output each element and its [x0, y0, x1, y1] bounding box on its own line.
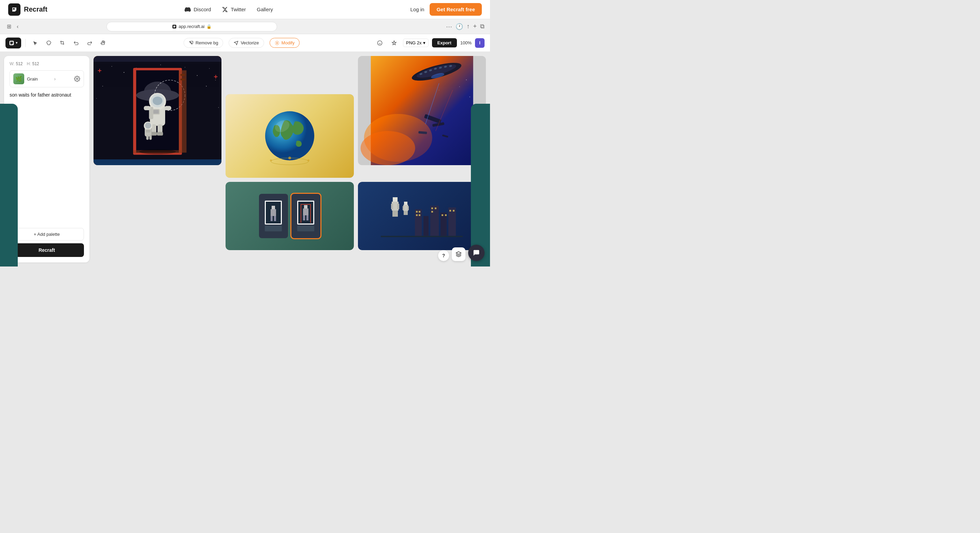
svg-point-37 — [153, 97, 162, 105]
svg-rect-110 — [392, 210, 395, 217]
logo[interactable]: Recraft — [8, 3, 48, 16]
discord-icon — [185, 6, 191, 13]
style-selector[interactable]: 🌿 Grain › — [10, 70, 84, 88]
twitter-link[interactable]: Twitter — [222, 6, 246, 13]
remove-bg-label: Remove bg — [196, 40, 218, 45]
svg-point-19 — [206, 86, 207, 87]
svg-point-68 — [459, 86, 460, 87]
svg-rect-95 — [265, 226, 282, 231]
remove-bg-button[interactable]: Remove bg — [184, 38, 223, 48]
emoji-button[interactable] — [374, 38, 385, 48]
help-icon: ? — [442, 253, 445, 258]
svg-point-4 — [377, 41, 382, 45]
help-button[interactable]: ? — [438, 250, 449, 261]
space-battle-card[interactable] — [358, 56, 486, 165]
get-free-button[interactable]: Get Recraft free — [430, 3, 482, 16]
svg-rect-128 — [435, 207, 436, 209]
style-left: 🌿 Grain — [13, 73, 38, 84]
chat-button[interactable] — [468, 245, 485, 261]
svg-rect-125 — [416, 214, 418, 216]
layers-button[interactable] — [452, 247, 465, 261]
lasso-tool-button[interactable] — [43, 38, 54, 48]
hand-tool-button[interactable] — [98, 38, 109, 48]
svg-rect-39 — [153, 110, 159, 114]
height-value: 512 — [32, 61, 39, 66]
svg-rect-51 — [146, 135, 149, 140]
undo-button[interactable] — [71, 38, 81, 48]
url-bar[interactable]: app.recraft.ai 🔒 — [107, 22, 277, 32]
svg-rect-109 — [397, 204, 399, 209]
logo-icon — [8, 3, 21, 16]
right-accent-panel — [471, 104, 490, 266]
magic-button[interactable] — [389, 38, 399, 48]
tab-layout-button[interactable]: ⊞ — [5, 22, 13, 31]
svg-rect-31 — [179, 70, 186, 153]
svg-rect-108 — [391, 204, 393, 209]
crop-tool-button[interactable] — [57, 38, 68, 48]
vectorize-icon — [234, 41, 239, 45]
browser-bar: ⊞ ‹ app.recraft.ai 🔒 ⋯ 🕐 ↑ + ⧉ — [0, 19, 490, 34]
export-button[interactable]: Export — [432, 38, 457, 48]
pixel-art-2-card[interactable] — [358, 182, 486, 250]
browser-tabs-button[interactable]: ⧉ — [480, 23, 485, 30]
pixel-art-2-svg — [381, 189, 463, 243]
earth-card[interactable] — [226, 94, 353, 178]
pixel-char-1-svg — [263, 199, 283, 233]
svg-rect-115 — [407, 206, 409, 210]
svg-rect-131 — [445, 214, 447, 216]
svg-rect-98 — [304, 205, 307, 208]
login-button[interactable]: Log in — [410, 6, 425, 12]
redo-button[interactable] — [84, 38, 95, 48]
chat-icon — [473, 249, 480, 256]
svg-rect-116 — [404, 211, 406, 215]
vectorize-button[interactable]: Vectorize — [229, 38, 264, 48]
svg-rect-113 — [403, 205, 408, 211]
svg-rect-91 — [272, 206, 275, 209]
browser-more-button[interactable]: ⋯ — [446, 23, 452, 30]
svg-point-12 — [161, 65, 161, 65]
zoom-level: 100% — [460, 40, 472, 45]
browser-share-button[interactable]: ↑ — [466, 23, 469, 30]
astronaut-card[interactable] — [94, 56, 221, 165]
svg-point-20 — [96, 98, 97, 99]
browser-back-button[interactable]: ‹ — [15, 22, 20, 31]
png-format-select[interactable]: PNG 2x ▾ — [403, 38, 429, 47]
svg-rect-45 — [144, 106, 151, 111]
svg-rect-105 — [297, 226, 314, 231]
svg-rect-101 — [306, 215, 309, 220]
browser-new-tab-button[interactable]: + — [473, 23, 477, 30]
modify-button[interactable]: Modify — [270, 38, 300, 48]
select-tool-button[interactable] — [30, 38, 41, 48]
pixel-art-card[interactable] — [226, 182, 353, 250]
recraft-tool-icon — [9, 40, 14, 46]
discord-link[interactable]: Discord — [185, 6, 211, 13]
svg-rect-119 — [423, 216, 429, 237]
user-avatar[interactable]: I — [475, 38, 485, 48]
pixel-thumb-1[interactable] — [259, 194, 288, 238]
nav-links: Discord Twitter Gallery — [185, 6, 273, 13]
svg-rect-130 — [442, 214, 443, 216]
hand-tool-icon — [101, 40, 106, 46]
svg-rect-102 — [301, 204, 301, 223]
svg-rect-117 — [406, 211, 408, 215]
height-field: H: 512 — [27, 61, 39, 66]
svg-point-9 — [124, 72, 124, 73]
svg-rect-123 — [416, 211, 418, 213]
twitter-icon — [222, 6, 228, 13]
style-settings-icon[interactable] — [74, 76, 80, 82]
recraft-button[interactable]: Recraft — [10, 243, 84, 257]
twitter-label: Twitter — [231, 6, 246, 12]
add-palette-button[interactable]: + Add palette — [10, 228, 84, 240]
main-content: W: 512 H: 512 🌿 Grain › son waits for fa… — [0, 52, 490, 266]
toolbar-right: PNG 2x ▾ Export 100% I — [374, 38, 485, 48]
space-battle-svg — [358, 56, 486, 165]
nav-actions: Log in Get Recraft free — [410, 3, 482, 16]
pixel-thumb-2[interactable] — [291, 194, 320, 238]
recraft-tool-button[interactable]: ▾ — [5, 38, 21, 48]
svg-rect-92 — [270, 209, 276, 216]
svg-point-15 — [197, 75, 197, 76]
gallery-link[interactable]: Gallery — [257, 6, 273, 12]
svg-rect-114 — [402, 206, 404, 210]
browser-history-button[interactable]: 🕐 — [455, 23, 463, 30]
svg-point-16 — [209, 68, 210, 68]
